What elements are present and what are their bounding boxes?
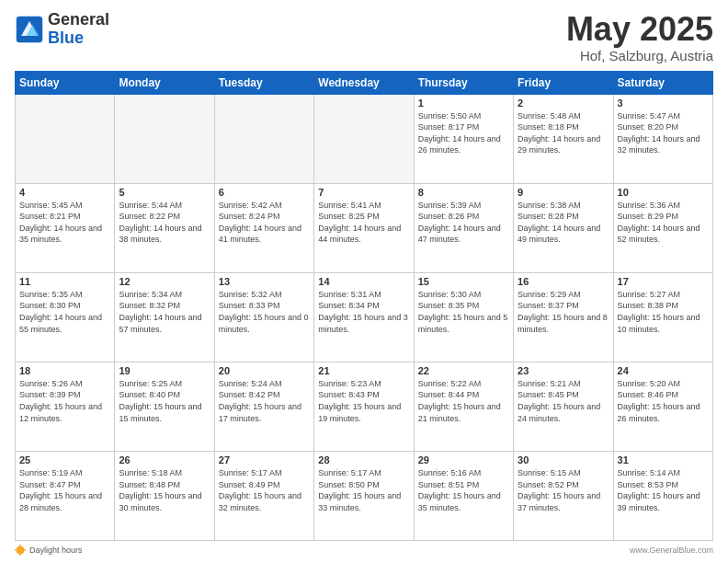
day-info: Sunrise: 5:48 AMSunset: 8:18 PMDaylight:… [518,110,609,156]
logo: General Blue [15,11,109,48]
day-cell: 14Sunrise: 5:31 AMSunset: 8:34 PMDayligh… [314,272,414,362]
day-number: 10 [618,187,709,198]
day-info: Sunrise: 5:38 AMSunset: 8:28 PMDaylight:… [518,200,609,246]
day-number: 2 [518,98,609,109]
day-number: 21 [318,365,409,376]
day-number: 20 [219,365,310,376]
day-info: Sunrise: 5:35 AMSunset: 8:30 PMDaylight:… [19,289,110,335]
day-cell: 24Sunrise: 5:20 AMSunset: 8:46 PMDayligh… [613,362,712,451]
day-cell [16,94,115,183]
day-info: Sunrise: 5:29 AMSunset: 8:37 PMDaylight:… [518,289,609,335]
day-cell: 2Sunrise: 5:48 AMSunset: 8:18 PMDaylight… [514,94,613,183]
day-cell: 8Sunrise: 5:39 AMSunset: 8:26 PMDaylight… [414,183,513,272]
day-cell: 21Sunrise: 5:23 AMSunset: 8:43 PMDayligh… [314,362,414,451]
day-cell: 28Sunrise: 5:17 AMSunset: 8:50 PMDayligh… [314,451,414,540]
day-cell: 22Sunrise: 5:22 AMSunset: 8:44 PMDayligh… [414,362,513,451]
day-cell: 4Sunrise: 5:45 AMSunset: 8:21 PMDaylight… [16,183,115,272]
day-info: Sunrise: 5:45 AMSunset: 8:21 PMDaylight:… [19,200,110,246]
day-info: Sunrise: 5:41 AMSunset: 8:25 PMDaylight:… [318,200,409,246]
day-number: 3 [618,98,709,109]
calendar-title: May 2025 [566,11,713,48]
day-number: 22 [418,365,509,376]
day-info: Sunrise: 5:14 AMSunset: 8:53 PMDaylight:… [618,467,709,513]
day-info: Sunrise: 5:31 AMSunset: 8:34 PMDaylight:… [318,289,409,335]
day-cell: 17Sunrise: 5:27 AMSunset: 8:38 PMDayligh… [613,272,712,362]
weekday-thursday: Thursday [414,71,513,94]
svg-point-3 [17,546,24,554]
page-header: General Blue May 2025 Hof, Salzburg, Aus… [15,11,713,63]
day-number: 31 [618,454,709,465]
day-number: 4 [19,187,110,198]
weekday-monday: Monday [115,71,214,94]
title-block: May 2025 Hof, Salzburg, Austria [566,11,713,63]
day-number: 14 [318,276,409,287]
day-number: 27 [219,454,310,465]
day-info: Sunrise: 5:17 AMSunset: 8:49 PMDaylight:… [219,467,310,513]
day-number: 17 [618,276,709,287]
day-cell [115,94,214,183]
daylight-legend: Daylight hours [15,545,83,556]
day-number: 16 [518,276,609,287]
day-cell: 7Sunrise: 5:41 AMSunset: 8:25 PMDaylight… [314,183,414,272]
day-number: 6 [219,187,310,198]
day-number: 25 [19,454,110,465]
day-cell: 31Sunrise: 5:14 AMSunset: 8:53 PMDayligh… [613,451,712,540]
weekday-friday: Friday [514,71,613,94]
day-info: Sunrise: 5:20 AMSunset: 8:46 PMDaylight:… [618,378,709,424]
weekday-saturday: Saturday [613,71,712,94]
day-info: Sunrise: 5:34 AMSunset: 8:32 PMDaylight:… [119,289,210,335]
week-row-3: 11Sunrise: 5:35 AMSunset: 8:30 PMDayligh… [16,272,713,362]
day-number: 11 [19,276,110,287]
day-cell: 11Sunrise: 5:35 AMSunset: 8:30 PMDayligh… [16,272,115,362]
day-number: 24 [618,365,709,376]
day-cell: 16Sunrise: 5:29 AMSunset: 8:37 PMDayligh… [514,272,613,362]
day-number: 29 [418,454,509,465]
daylight-label: Daylight hours [29,546,83,555]
day-cell [314,94,414,183]
day-info: Sunrise: 5:21 AMSunset: 8:45 PMDaylight:… [518,378,609,424]
day-cell: 27Sunrise: 5:17 AMSunset: 8:49 PMDayligh… [214,451,313,540]
day-info: Sunrise: 5:47 AMSunset: 8:20 PMDaylight:… [618,110,709,156]
logo-blue-text: Blue [48,29,109,48]
day-cell: 9Sunrise: 5:38 AMSunset: 8:28 PMDaylight… [514,183,613,272]
weekday-sunday: Sunday [16,71,115,94]
day-number: 18 [19,365,110,376]
day-info: Sunrise: 5:27 AMSunset: 8:38 PMDaylight:… [618,289,709,335]
weekday-tuesday: Tuesday [214,71,313,94]
day-number: 8 [418,187,509,198]
day-cell: 15Sunrise: 5:30 AMSunset: 8:35 PMDayligh… [414,272,513,362]
day-cell: 26Sunrise: 5:18 AMSunset: 8:48 PMDayligh… [115,451,214,540]
footer: Daylight hours www.GeneralBlue.com [15,541,713,556]
day-info: Sunrise: 5:44 AMSunset: 8:22 PMDaylight:… [119,200,210,246]
day-info: Sunrise: 5:17 AMSunset: 8:50 PMDaylight:… [318,467,409,513]
day-info: Sunrise: 5:32 AMSunset: 8:33 PMDaylight:… [219,289,310,335]
day-number: 15 [418,276,509,287]
day-info: Sunrise: 5:23 AMSunset: 8:43 PMDaylight:… [318,378,409,424]
day-info: Sunrise: 5:39 AMSunset: 8:26 PMDaylight:… [418,200,509,246]
day-info: Sunrise: 5:26 AMSunset: 8:39 PMDaylight:… [19,378,110,424]
week-row-5: 25Sunrise: 5:19 AMSunset: 8:47 PMDayligh… [16,451,713,540]
sun-icon [15,545,26,556]
day-info: Sunrise: 5:25 AMSunset: 8:40 PMDaylight:… [119,378,210,424]
day-info: Sunrise: 5:30 AMSunset: 8:35 PMDaylight:… [418,289,509,335]
day-number: 1 [418,98,509,109]
day-info: Sunrise: 5:36 AMSunset: 8:29 PMDaylight:… [618,200,709,246]
week-row-4: 18Sunrise: 5:26 AMSunset: 8:39 PMDayligh… [16,362,713,451]
day-cell: 30Sunrise: 5:15 AMSunset: 8:52 PMDayligh… [514,451,613,540]
day-cell: 5Sunrise: 5:44 AMSunset: 8:22 PMDaylight… [115,183,214,272]
day-number: 5 [119,187,210,198]
day-cell: 29Sunrise: 5:16 AMSunset: 8:51 PMDayligh… [414,451,513,540]
calendar-table: SundayMondayTuesdayWednesdayThursdayFrid… [15,71,713,541]
logo-general-text: General [48,11,109,29]
footer-url: www.GeneralBlue.com [630,546,713,555]
day-number: 23 [518,365,609,376]
day-info: Sunrise: 5:15 AMSunset: 8:52 PMDaylight:… [518,467,609,513]
day-cell: 1Sunrise: 5:50 AMSunset: 8:17 PMDaylight… [414,94,513,183]
day-cell: 19Sunrise: 5:25 AMSunset: 8:40 PMDayligh… [115,362,214,451]
logo-icon [15,15,44,44]
day-number: 9 [518,187,609,198]
week-row-2: 4Sunrise: 5:45 AMSunset: 8:21 PMDaylight… [16,183,713,272]
day-cell: 12Sunrise: 5:34 AMSunset: 8:32 PMDayligh… [115,272,214,362]
day-number: 12 [119,276,210,287]
day-number: 7 [318,187,409,198]
